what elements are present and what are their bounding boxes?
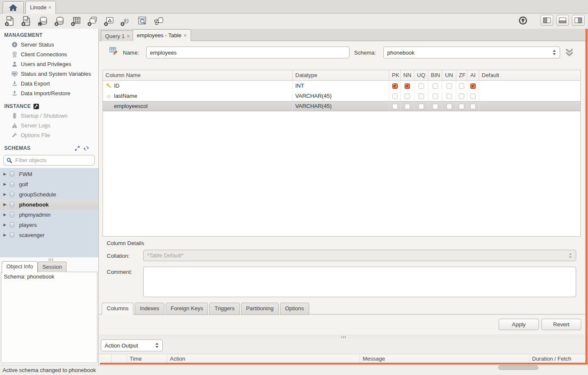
nn-checkbox[interactable] [405,104,410,109]
expander-icon[interactable]: ▶ [3,182,8,186]
output-header-blank[interactable] [112,354,127,364]
tab-object-info[interactable]: Object Info [2,261,38,273]
sidebar-item-startup-shutdown[interactable]: Startup / Shutdown [0,111,98,121]
un-checkbox[interactable] [447,94,452,99]
create-procedure-button[interactable] [103,15,115,27]
notification-icon[interactable] [519,16,527,25]
output-splitter[interactable] [99,334,588,339]
sidebar-item-data-import-restore[interactable]: Data Import/Restore [0,88,98,98]
schema-players[interactable]: ▶players [0,220,98,230]
sidebar-item-client-connections[interactable]: Client Connections [0,50,98,59]
expander-icon[interactable]: ▶ [3,233,8,237]
bin-checkbox[interactable] [433,94,438,99]
sidebar-item-options-file[interactable]: Options File [0,130,98,140]
tab-triggers[interactable]: Triggers [209,303,239,315]
zf-checkbox[interactable] [459,94,464,99]
uq-checkbox[interactable] [419,83,424,89]
apply-button[interactable]: Apply [499,319,539,330]
zf-checkbox[interactable] [459,83,464,89]
nn-checkbox[interactable] [405,83,410,89]
nn-checkbox[interactable] [405,94,410,99]
sidebar-item-server-logs[interactable]: Server Logs [0,121,98,130]
expand-form-chevron-icon[interactable] [564,48,574,57]
new-sql-tab-button[interactable]: SQL [3,15,16,27]
schema-select[interactable]: phonebook [383,47,560,58]
bin-checkbox[interactable] [433,83,438,89]
tab-employees-table[interactable]: employees - Table × [133,29,191,41]
sidebar-item-users-and-privileges[interactable]: Users and Privileges [0,59,98,69]
output-header-duration-fetch[interactable]: Duration / Fetch [530,354,588,364]
column-row-lastName[interactable]: ◇lastNameVARCHAR(45) [103,91,580,101]
refresh-schemas-icon[interactable] [83,146,89,151]
toggle-bottom-panel-button[interactable] [556,15,569,26]
column-header-Column Name[interactable]: Column Name [103,70,293,80]
column-header-PK[interactable]: PK [389,70,401,80]
column-row-ID[interactable]: IDINT [103,81,580,91]
expander-icon[interactable]: ▶ [3,172,8,176]
ai-checkbox[interactable] [470,83,476,89]
datatype-cell[interactable]: VARCHAR(45) [293,91,389,101]
expander-icon[interactable]: ▶ [3,212,8,217]
schema-groupSchedule[interactable]: ▶groupSchedule [0,189,98,199]
schema-phonebook[interactable]: ▶phonebook [0,199,98,210]
tab-foreign-keys[interactable]: Foreign Keys [166,303,208,315]
sidebar-item-data-export[interactable]: Data Export [0,79,98,88]
tab-query-1[interactable]: Query 1 × [101,30,134,41]
horizontal-scrollbar[interactable] [498,365,538,370]
inspect-database-button[interactable]: i [36,15,49,27]
open-sql-script-button[interactable]: SQL [20,15,33,27]
sidebar-item-status-and-system-variables[interactable]: Status and System Variables [0,69,98,79]
expander-icon[interactable]: ▶ [3,192,8,196]
un-checkbox[interactable] [447,83,452,89]
reconnect-dbms-button[interactable] [152,15,165,27]
create-table-button[interactable] [69,15,82,27]
collation-select[interactable]: *Table Default* [143,250,576,261]
default-cell[interactable] [479,81,580,91]
tab-options[interactable]: Options [280,303,309,315]
column-row-employeescol[interactable]: employeescolVARCHAR(45) [103,101,580,111]
column-header-UN[interactable]: UN [442,70,456,80]
pk-checkbox[interactable] [392,94,398,99]
expander-icon[interactable]: ▶ [3,223,8,227]
column-header-Datatype[interactable]: Datatype [293,70,389,80]
datatype-cell[interactable]: INT [293,81,389,91]
search-table-data-button[interactable] [136,15,148,27]
uq-checkbox[interactable] [419,94,424,99]
output-header-action[interactable]: Action [167,354,360,364]
column-header-AI[interactable]: AI [467,70,479,80]
column-header-Default[interactable]: Default [479,70,580,80]
output-header-message[interactable]: Message [360,354,530,364]
table-name-input[interactable] [146,47,349,58]
home-tab[interactable] [3,1,24,14]
column-header-UQ[interactable]: UQ [414,70,428,80]
ai-checkbox[interactable] [470,94,476,99]
close-query-tab-icon[interactable]: × [127,33,130,39]
tab-indexes[interactable]: Indexes [135,303,164,315]
pk-checkbox[interactable] [392,104,398,109]
output-selector[interactable]: Action Output [101,339,163,351]
tab-session[interactable]: Session [38,262,67,272]
column-header-ZF[interactable]: ZF [456,70,467,80]
schema-filter[interactable] [3,155,95,165]
bin-checkbox[interactable] [433,104,438,109]
column-header-BIN[interactable]: BIN [428,70,442,80]
output-header-blank[interactable] [99,354,112,364]
create-schema-button[interactable] [53,15,66,27]
column-header-NN[interactable]: NN [401,70,414,80]
expander-icon[interactable]: ▶ [3,202,8,207]
ai-checkbox[interactable] [470,104,476,109]
datatype-cell[interactable]: VARCHAR(45) [293,102,389,111]
create-function-button[interactable]: f() [119,15,132,27]
tab-columns[interactable]: Columns [102,303,133,315]
comment-textarea[interactable] [143,267,576,297]
expand-schemas-icon[interactable] [75,146,80,151]
create-view-button[interactable] [86,15,99,27]
schema-golf[interactable]: ▶golf [0,179,98,189]
un-checkbox[interactable] [447,104,452,109]
uq-checkbox[interactable] [419,104,424,109]
close-connection-icon[interactable]: × [48,4,52,11]
default-cell[interactable] [479,91,580,101]
revert-button[interactable]: Revert [541,319,581,330]
tab-partitioning[interactable]: Partitioning [241,303,279,315]
schema-phpmyadmin[interactable]: ▶phpmyadmin [0,210,98,220]
